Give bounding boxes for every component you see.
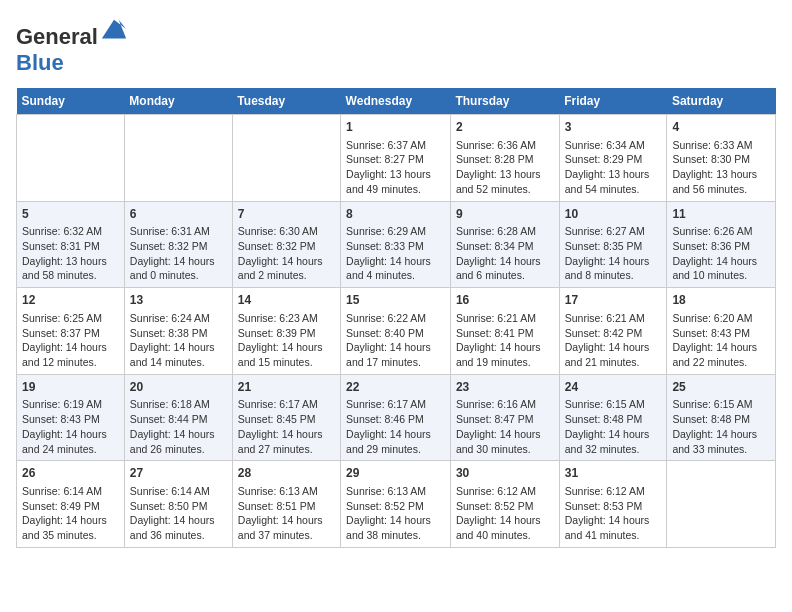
calendar-cell-18: 18Sunrise: 6:20 AMSunset: 8:43 PMDayligh… — [667, 288, 776, 375]
day-number: 16 — [456, 292, 554, 309]
day-number: 18 — [672, 292, 770, 309]
day-number: 21 — [238, 379, 335, 396]
cell-content: Sunrise: 6:14 AMSunset: 8:50 PMDaylight:… — [130, 484, 227, 543]
day-number: 3 — [565, 119, 662, 136]
cell-content: Sunrise: 6:29 AMSunset: 8:33 PMDaylight:… — [346, 224, 445, 283]
calendar-cell-26: 26Sunrise: 6:14 AMSunset: 8:49 PMDayligh… — [17, 461, 125, 548]
day-number: 27 — [130, 465, 227, 482]
day-number: 23 — [456, 379, 554, 396]
cell-content: Sunrise: 6:32 AMSunset: 8:31 PMDaylight:… — [22, 224, 119, 283]
logo: General Blue — [16, 16, 128, 76]
calendar-cell-17: 17Sunrise: 6:21 AMSunset: 8:42 PMDayligh… — [559, 288, 667, 375]
cell-content: Sunrise: 6:23 AMSunset: 8:39 PMDaylight:… — [238, 311, 335, 370]
cell-content: Sunrise: 6:21 AMSunset: 8:41 PMDaylight:… — [456, 311, 554, 370]
calendar-cell-22: 22Sunrise: 6:17 AMSunset: 8:46 PMDayligh… — [341, 374, 451, 461]
page-header: General Blue — [16, 16, 776, 76]
day-number: 31 — [565, 465, 662, 482]
logo-text: General Blue — [16, 16, 128, 76]
calendar-cell-13: 13Sunrise: 6:24 AMSunset: 8:38 PMDayligh… — [124, 288, 232, 375]
calendar-cell-empty — [667, 461, 776, 548]
day-number: 13 — [130, 292, 227, 309]
cell-content: Sunrise: 6:26 AMSunset: 8:36 PMDaylight:… — [672, 224, 770, 283]
day-number: 19 — [22, 379, 119, 396]
calendar-cell-28: 28Sunrise: 6:13 AMSunset: 8:51 PMDayligh… — [232, 461, 340, 548]
cell-content: Sunrise: 6:31 AMSunset: 8:32 PMDaylight:… — [130, 224, 227, 283]
header-monday: Monday — [124, 88, 232, 115]
calendar-week-3: 12Sunrise: 6:25 AMSunset: 8:37 PMDayligh… — [17, 288, 776, 375]
calendar-cell-31: 31Sunrise: 6:12 AMSunset: 8:53 PMDayligh… — [559, 461, 667, 548]
day-number: 9 — [456, 206, 554, 223]
cell-content: Sunrise: 6:17 AMSunset: 8:46 PMDaylight:… — [346, 397, 445, 456]
cell-content: Sunrise: 6:12 AMSunset: 8:52 PMDaylight:… — [456, 484, 554, 543]
calendar-cell-empty — [124, 115, 232, 202]
day-number: 26 — [22, 465, 119, 482]
calendar-cell-23: 23Sunrise: 6:16 AMSunset: 8:47 PMDayligh… — [450, 374, 559, 461]
calendar-header-row: SundayMondayTuesdayWednesdayThursdayFrid… — [17, 88, 776, 115]
day-number: 15 — [346, 292, 445, 309]
calendar-cell-19: 19Sunrise: 6:19 AMSunset: 8:43 PMDayligh… — [17, 374, 125, 461]
cell-content: Sunrise: 6:17 AMSunset: 8:45 PMDaylight:… — [238, 397, 335, 456]
calendar-cell-2: 2Sunrise: 6:36 AMSunset: 8:28 PMDaylight… — [450, 115, 559, 202]
header-thursday: Thursday — [450, 88, 559, 115]
cell-content: Sunrise: 6:15 AMSunset: 8:48 PMDaylight:… — [565, 397, 662, 456]
day-number: 22 — [346, 379, 445, 396]
cell-content: Sunrise: 6:33 AMSunset: 8:30 PMDaylight:… — [672, 138, 770, 197]
calendar-cell-empty — [17, 115, 125, 202]
cell-content: Sunrise: 6:37 AMSunset: 8:27 PMDaylight:… — [346, 138, 445, 197]
calendar-cell-11: 11Sunrise: 6:26 AMSunset: 8:36 PMDayligh… — [667, 201, 776, 288]
calendar-cell-3: 3Sunrise: 6:34 AMSunset: 8:29 PMDaylight… — [559, 115, 667, 202]
cell-content: Sunrise: 6:15 AMSunset: 8:48 PMDaylight:… — [672, 397, 770, 456]
day-number: 30 — [456, 465, 554, 482]
day-number: 10 — [565, 206, 662, 223]
cell-content: Sunrise: 6:16 AMSunset: 8:47 PMDaylight:… — [456, 397, 554, 456]
day-number: 5 — [22, 206, 119, 223]
cell-content: Sunrise: 6:19 AMSunset: 8:43 PMDaylight:… — [22, 397, 119, 456]
calendar-cell-20: 20Sunrise: 6:18 AMSunset: 8:44 PMDayligh… — [124, 374, 232, 461]
day-number: 25 — [672, 379, 770, 396]
cell-content: Sunrise: 6:34 AMSunset: 8:29 PMDaylight:… — [565, 138, 662, 197]
cell-content: Sunrise: 6:14 AMSunset: 8:49 PMDaylight:… — [22, 484, 119, 543]
header-tuesday: Tuesday — [232, 88, 340, 115]
cell-content: Sunrise: 6:21 AMSunset: 8:42 PMDaylight:… — [565, 311, 662, 370]
calendar-cell-empty — [232, 115, 340, 202]
cell-content: Sunrise: 6:13 AMSunset: 8:52 PMDaylight:… — [346, 484, 445, 543]
calendar-cell-8: 8Sunrise: 6:29 AMSunset: 8:33 PMDaylight… — [341, 201, 451, 288]
calendar-cell-6: 6Sunrise: 6:31 AMSunset: 8:32 PMDaylight… — [124, 201, 232, 288]
day-number: 4 — [672, 119, 770, 136]
header-sunday: Sunday — [17, 88, 125, 115]
calendar-week-4: 19Sunrise: 6:19 AMSunset: 8:43 PMDayligh… — [17, 374, 776, 461]
cell-content: Sunrise: 6:22 AMSunset: 8:40 PMDaylight:… — [346, 311, 445, 370]
calendar-cell-1: 1Sunrise: 6:37 AMSunset: 8:27 PMDaylight… — [341, 115, 451, 202]
calendar-cell-16: 16Sunrise: 6:21 AMSunset: 8:41 PMDayligh… — [450, 288, 559, 375]
logo-icon — [100, 16, 128, 44]
cell-content: Sunrise: 6:25 AMSunset: 8:37 PMDaylight:… — [22, 311, 119, 370]
svg-marker-0 — [102, 20, 126, 39]
cell-content: Sunrise: 6:13 AMSunset: 8:51 PMDaylight:… — [238, 484, 335, 543]
calendar-week-2: 5Sunrise: 6:32 AMSunset: 8:31 PMDaylight… — [17, 201, 776, 288]
day-number: 8 — [346, 206, 445, 223]
day-number: 24 — [565, 379, 662, 396]
header-saturday: Saturday — [667, 88, 776, 115]
calendar-cell-7: 7Sunrise: 6:30 AMSunset: 8:32 PMDaylight… — [232, 201, 340, 288]
calendar-cell-29: 29Sunrise: 6:13 AMSunset: 8:52 PMDayligh… — [341, 461, 451, 548]
day-number: 6 — [130, 206, 227, 223]
calendar-cell-9: 9Sunrise: 6:28 AMSunset: 8:34 PMDaylight… — [450, 201, 559, 288]
day-number: 20 — [130, 379, 227, 396]
calendar-cell-10: 10Sunrise: 6:27 AMSunset: 8:35 PMDayligh… — [559, 201, 667, 288]
calendar-cell-12: 12Sunrise: 6:25 AMSunset: 8:37 PMDayligh… — [17, 288, 125, 375]
day-number: 2 — [456, 119, 554, 136]
cell-content: Sunrise: 6:28 AMSunset: 8:34 PMDaylight:… — [456, 224, 554, 283]
calendar-cell-27: 27Sunrise: 6:14 AMSunset: 8:50 PMDayligh… — [124, 461, 232, 548]
day-number: 1 — [346, 119, 445, 136]
calendar-table: SundayMondayTuesdayWednesdayThursdayFrid… — [16, 88, 776, 548]
header-friday: Friday — [559, 88, 667, 115]
cell-content: Sunrise: 6:27 AMSunset: 8:35 PMDaylight:… — [565, 224, 662, 283]
calendar-cell-25: 25Sunrise: 6:15 AMSunset: 8:48 PMDayligh… — [667, 374, 776, 461]
day-number: 17 — [565, 292, 662, 309]
logo-general: General — [16, 24, 98, 49]
cell-content: Sunrise: 6:24 AMSunset: 8:38 PMDaylight:… — [130, 311, 227, 370]
calendar-cell-15: 15Sunrise: 6:22 AMSunset: 8:40 PMDayligh… — [341, 288, 451, 375]
calendar-cell-30: 30Sunrise: 6:12 AMSunset: 8:52 PMDayligh… — [450, 461, 559, 548]
calendar-week-5: 26Sunrise: 6:14 AMSunset: 8:49 PMDayligh… — [17, 461, 776, 548]
calendar-week-1: 1Sunrise: 6:37 AMSunset: 8:27 PMDaylight… — [17, 115, 776, 202]
